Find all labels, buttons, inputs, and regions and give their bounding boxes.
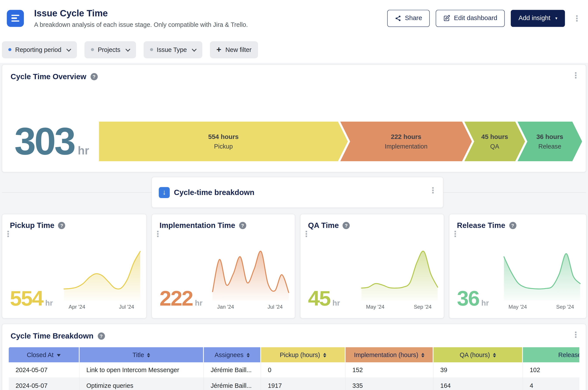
card-header: Cycle Time Breakdown ? — [2, 324, 586, 341]
x-tick: Apr '24 — [68, 304, 85, 310]
x-tick: Sep '24 — [414, 304, 432, 310]
share-button[interactable]: Share — [387, 10, 429, 27]
sort-desc-icon — [57, 354, 61, 357]
top-bar: Issue Cycle Time A breakdown analysis of… — [0, 0, 588, 36]
stage-hours: 554 hours — [208, 133, 239, 141]
header-actions: Share Edit dashboard Add insight ▾ ⋮ — [387, 10, 583, 27]
card-kebab-menu[interactable]: ⋮ — [301, 229, 312, 239]
chevron-down-icon: ▾ — [555, 16, 557, 20]
header-kebab-menu[interactable]: ⋮ — [571, 13, 583, 23]
card-header: QA Time? — [301, 214, 444, 230]
filter-chip-issue-type[interactable]: Issue Type — [143, 41, 202, 58]
x-axis-ticks: May '24Sep '24 — [503, 304, 581, 310]
metric-value: 45hr — [308, 288, 340, 309]
help-icon[interactable]: ? — [239, 222, 246, 229]
x-tick: May '24 — [509, 304, 527, 310]
card-kebab-menu[interactable]: ⋮ — [570, 70, 582, 80]
card-kebab-menu[interactable]: ⋮ — [152, 229, 164, 239]
card-kebab-menu[interactable]: ⋮ — [2, 229, 14, 239]
cycle-funnel-chart: 554 hoursPickup222 hoursImplementation45… — [99, 121, 581, 161]
column-header-closed-at[interactable]: Closed At — [9, 347, 80, 362]
funnel-stage-implementation[interactable]: 222 hoursImplementation — [340, 121, 472, 161]
column-header-title[interactable]: Title — [80, 347, 204, 362]
table-scroll-area[interactable]: Closed AtTitleAssigneesPickup (hours)Imp… — [9, 347, 579, 390]
page: Issue Cycle Time A breakdown analysis of… — [0, 0, 588, 390]
filter-chip-projects[interactable]: Projects — [84, 41, 136, 58]
table-cell: 102 — [523, 362, 580, 378]
table-cell: Link to open Intercom Messenger — [80, 362, 204, 378]
sort-icon — [421, 353, 424, 357]
metric-value: 36hr — [457, 288, 489, 309]
edit-dashboard-button[interactable]: Edit dashboard — [436, 10, 505, 27]
x-tick: Jan '24 — [217, 304, 234, 310]
help-icon[interactable]: ? — [58, 222, 65, 229]
table-cell: Jérémie Baill... — [204, 362, 261, 378]
card-kebab-menu[interactable]: ⋮ — [449, 229, 461, 239]
x-tick: Sep '24 — [556, 304, 574, 310]
new-filter-button[interactable]: + New filter — [210, 41, 258, 58]
plus-icon: + — [216, 45, 221, 54]
funnel-stage-release[interactable]: 36 hoursRelease — [518, 121, 582, 161]
table-header-row: Closed AtTitleAssigneesPickup (hours)Imp… — [9, 347, 579, 362]
filter-chip-reporting-period[interactable]: Reporting period — [2, 41, 77, 58]
help-icon[interactable]: ? — [90, 73, 98, 80]
table-row[interactable]: 2024-05-07Link to open Intercom Messenge… — [9, 362, 579, 378]
column-header-qa-hours[interactable]: QA (hours) — [433, 347, 523, 362]
card-title: Implementation Time — [160, 221, 235, 230]
funnel-stage-pickup[interactable]: 554 hoursPickup — [99, 121, 348, 161]
table-cell: 0 — [261, 362, 346, 378]
help-icon[interactable]: ? — [509, 222, 516, 229]
table-cell: Optimize queries — [80, 378, 204, 390]
dashboard-page: Issue Cycle Time A breakdown analysis of… — [0, 0, 588, 390]
share-icon — [395, 15, 401, 22]
table-row[interactable]: 2024-05-07Optimize queriesJérémie Baill.… — [9, 378, 579, 390]
new-filter-label: New filter — [225, 46, 251, 53]
sort-icon — [493, 353, 496, 357]
stage-hours: 36 hours — [536, 133, 563, 141]
stage-label: QA — [490, 143, 499, 150]
metric-cards-row: Pickup Time?⋮554hrApr '24Jul '24Implemen… — [2, 214, 586, 318]
sort-icon — [323, 353, 326, 357]
filter-chip-label: Issue Type — [157, 46, 187, 53]
column-header-implementation-hours[interactable]: Implementation (hours) — [346, 347, 433, 362]
banner-title: Cycle-time breakdown — [174, 188, 255, 197]
stage-hours: 222 hours — [391, 133, 421, 141]
stage-hours: 45 hours — [481, 133, 508, 141]
x-axis-ticks: Jan '24Jul '24 — [212, 304, 289, 310]
card-title: QA Time — [308, 221, 339, 230]
column-header-assignees[interactable]: Assignees — [204, 347, 261, 362]
down-arrow-icon: ↓ — [159, 187, 170, 198]
overview-body: 303 hr 554 hoursPickup222 hoursImplement… — [14, 121, 581, 161]
metric-value-number: 36 — [457, 288, 479, 309]
edit-dashboard-button-label: Edit dashboard — [454, 14, 497, 22]
sort-icon — [147, 353, 150, 357]
add-insight-button[interactable]: Add insight ▾ — [511, 10, 565, 27]
column-header-pickup-hours[interactable]: Pickup (hours) — [261, 347, 346, 362]
metric-card-implementation-time: Implementation Time?⋮222hrJan '24Jul '24 — [152, 214, 295, 318]
stage-label: Pickup — [214, 143, 233, 150]
column-header-release-hours[interactable]: Release (hours) — [523, 347, 580, 362]
page-title: Issue Cycle Time — [34, 8, 387, 19]
table-cell: 2024-05-07 — [9, 362, 80, 378]
metric-value: 554hr — [10, 288, 53, 309]
column-label: Closed At — [27, 351, 54, 358]
banner-kebab-menu[interactable]: ⋮ — [427, 186, 439, 195]
help-icon[interactable]: ? — [343, 222, 350, 229]
cycle-time-overview-card: Cycle Time Overview ? ⋮ 303 hr 554 hours… — [2, 64, 586, 172]
add-insight-button-label: Add insight — [518, 14, 550, 22]
help-icon[interactable]: ? — [98, 332, 105, 340]
metric-unit: hr — [481, 299, 489, 307]
card-kebab-menu[interactable]: ⋮ — [570, 330, 582, 339]
funnel-stage-qa[interactable]: 45 hoursQA — [464, 121, 525, 161]
column-label: Title — [132, 351, 144, 358]
sort-icon — [246, 353, 250, 357]
column-label: Release (hours) — [558, 351, 580, 358]
x-tick: May '24 — [366, 304, 384, 310]
filter-chip-label: Reporting period — [15, 46, 61, 53]
column-label: Pickup (hours) — [280, 351, 320, 358]
menu-button[interactable] — [7, 10, 24, 27]
table-cell: 39 — [433, 362, 523, 378]
card-title: Cycle Time Overview — [11, 72, 86, 81]
metric-unit: hr — [332, 299, 340, 307]
metric-card-pickup-time: Pickup Time?⋮554hrApr '24Jul '24 — [2, 214, 147, 318]
